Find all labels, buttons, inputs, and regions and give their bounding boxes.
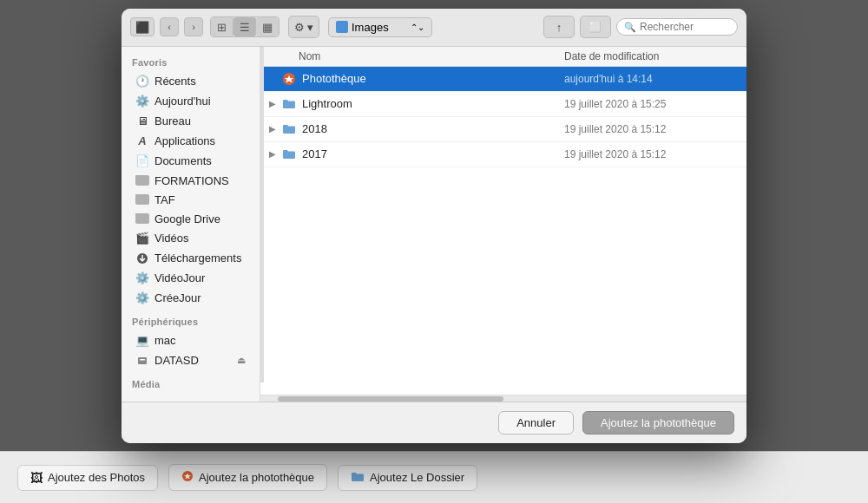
file-date-phototheque: aujourd'hui à 14:14	[564, 73, 738, 85]
sidebar-toggle-btn[interactable]: ⬛	[130, 17, 155, 36]
lightroom-folder-icon	[281, 96, 297, 112]
modal-footer: Annuler Ajoutez la photothèque	[122, 402, 746, 443]
sidebar-item-bureau[interactable]: 🖥 Bureau	[125, 112, 256, 131]
search-input[interactable]	[640, 21, 727, 33]
file-name-2017: 2017	[302, 147, 564, 160]
file-row-empty-1	[260, 167, 746, 192]
phototheque-icon	[281, 71, 297, 87]
scrollbar-thumb[interactable]	[278, 396, 503, 402]
sidebar-item-google-drive[interactable]: Google Drive	[125, 210, 256, 228]
svg-rect-2	[140, 359, 145, 361]
view-columns-btn[interactable]: ▦	[256, 17, 279, 36]
sidebar-section-peripheriques: Périphériques	[122, 315, 260, 330]
file-name-lightroom: Lightroom	[302, 97, 564, 110]
sidebar-label-google-drive: Google Drive	[155, 212, 220, 225]
sidebar-item-applications[interactable]: A Applications	[125, 132, 256, 151]
sidebar-label-videojour: VidéoJour	[155, 271, 205, 284]
sidebar-item-videojour[interactable]: ⚙️ VidéoJour	[125, 269, 256, 288]
taf-folder-icon	[135, 194, 149, 205]
sidebar-item-videos[interactable]: 🎬 Vidéos	[125, 229, 256, 248]
modal-toolbar: ⬛ ‹ › ⊞ ☰ ▦ ⚙ ▾ Images ⌃⌄ ↑	[122, 9, 746, 47]
videos-icon: 🎬	[135, 232, 149, 245]
formations-folder-icon	[135, 175, 149, 186]
location-folder-icon	[336, 21, 348, 33]
sidebar-resizer[interactable]	[260, 47, 264, 382]
desktop-icon: 🖥	[135, 114, 149, 128]
col-header-date: Date de modification	[564, 50, 738, 62]
modal-body: Favoris 🕐 Récents ⚙️ Aujourd'hui 🖥 Burea…	[122, 47, 746, 402]
sidebar-item-downloads[interactable]: Téléchargements	[125, 249, 256, 268]
today-gear-icon: ⚙️	[135, 95, 149, 108]
sidebar-item-mac[interactable]: 💻 mac	[125, 331, 256, 350]
videojour-icon: ⚙️	[135, 271, 149, 285]
view-icons-btn[interactable]: ⊞	[211, 17, 233, 36]
file-name-phototheque: Photothèque	[302, 72, 564, 85]
location-label: Images	[352, 21, 407, 34]
add-folder-button[interactable]: Ajoutez Le Dossier	[338, 465, 477, 491]
search-icon: 🔍	[624, 22, 636, 33]
tag-icon: ⬜	[589, 22, 602, 33]
downloads-icon	[135, 252, 149, 265]
sidebar-label-downloads: Téléchargements	[155, 252, 241, 265]
sidebar-label-today: Aujourd'hui	[155, 95, 211, 108]
sidebar-item-datasd[interactable]: DATASD ⏏	[125, 351, 256, 370]
file-date-2017: 19 juillet 2020 à 15:12	[564, 148, 738, 160]
file-row-phototheque[interactable]: Photothèque aujourd'hui à 14:14	[260, 67, 746, 92]
add-photos-button[interactable]: 🖼 Ajoutez des Photos	[17, 465, 158, 491]
creejour-icon: ⚙️	[135, 291, 149, 305]
sidebar-item-taf[interactable]: TAF	[125, 191, 256, 209]
sidebar-section-media: Média	[122, 377, 260, 393]
sidebar-item-formations[interactable]: FORMATIONS	[125, 172, 256, 190]
2018-folder-icon	[281, 121, 297, 137]
add-photos-icon: 🖼	[30, 471, 43, 485]
sidebar-toggle-icon: ⬛	[135, 21, 149, 34]
action-menu-btn[interactable]: ⚙ ▾	[288, 16, 319, 38]
sidebar-item-today[interactable]: ⚙️ Aujourd'hui	[125, 92, 256, 111]
sidebar-label-mac: mac	[155, 334, 176, 347]
col-header-name: Nom	[269, 50, 564, 62]
sidebar-section-favoris: Favoris	[122, 56, 260, 71]
file-date-lightroom: 19 juillet 2020 à 15:25	[564, 98, 738, 110]
2017-folder-icon	[281, 147, 297, 162]
datasd-icon	[135, 354, 149, 368]
sidebar-item-documents[interactable]: 📄 Documents	[125, 152, 256, 171]
nav-forward-btn[interactable]: ›	[184, 17, 203, 36]
location-dropdown[interactable]: Images ⌃⌄	[328, 17, 432, 37]
horizontal-scrollbar[interactable]	[260, 395, 746, 402]
sidebar-label-documents: Documents	[155, 154, 212, 167]
cancel-button[interactable]: Annuler	[498, 411, 574, 434]
share-btn[interactable]: ↑	[543, 16, 575, 38]
sidebar-label-applications: Applications	[155, 134, 215, 147]
eject-icon[interactable]: ⏏	[237, 355, 246, 366]
clock-icon: 🕐	[135, 75, 149, 88]
add-library-button[interactable]: Ajoutez la photothèque	[168, 464, 327, 491]
sidebar-label-datasd: DATASD	[155, 354, 232, 367]
bottom-toolbar: 🖼 Ajoutez des Photos Ajoutez la photothè…	[0, 451, 868, 503]
tag-btn[interactable]: ⬜	[580, 16, 611, 38]
nav-back-btn[interactable]: ‹	[160, 17, 179, 36]
file-row-2017[interactable]: ▶ 2017 19 juillet 2020 à 15:12	[260, 142, 746, 167]
apps-icon: A	[135, 134, 149, 148]
file-row-2018[interactable]: ▶ 2018 19 juillet 2020 à 15:12	[260, 117, 746, 142]
nav-back-icon: ‹	[168, 22, 171, 32]
expand-lightroom[interactable]: ▶	[269, 99, 281, 108]
expand-2018[interactable]: ▶	[269, 124, 281, 134]
view-list-btn[interactable]: ☰	[233, 17, 256, 36]
file-row-empty-5	[260, 265, 746, 289]
file-row-lightroom[interactable]: ▶ Lightroom 19 juillet 2020 à 15:25	[260, 92, 746, 117]
add-folder-icon	[351, 471, 365, 485]
search-box[interactable]: 🔍	[616, 18, 738, 36]
share-icon: ↑	[556, 21, 562, 34]
expand-2017[interactable]: ▶	[269, 149, 281, 159]
add-folder-label: Ajoutez Le Dossier	[370, 471, 464, 484]
file-name-2018: 2018	[302, 122, 564, 135]
sidebar: Favoris 🕐 Récents ⚙️ Aujourd'hui 🖥 Burea…	[122, 47, 260, 402]
confirm-button[interactable]: Ajoutez la photothèque	[582, 411, 734, 434]
add-library-label: Ajoutez la photothèque	[199, 471, 314, 484]
file-row-empty-4	[260, 240, 746, 265]
sidebar-label-videos: Vidéos	[155, 232, 189, 245]
sidebar-item-recents[interactable]: 🕐 Récents	[125, 72, 256, 91]
sidebar-item-creejour[interactable]: ⚙️ CréeJour	[125, 289, 256, 308]
sidebar-label-creejour: CréeJour	[155, 291, 201, 304]
file-list: Nom Date de modification Photothèque auj…	[260, 47, 746, 402]
